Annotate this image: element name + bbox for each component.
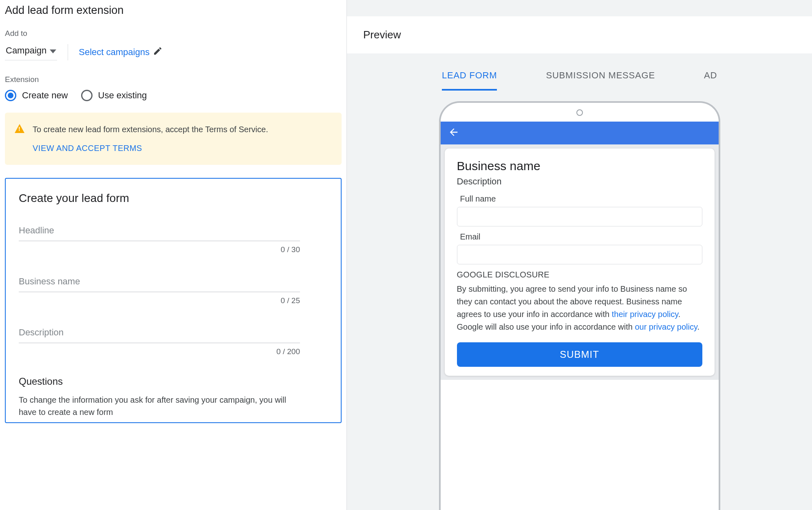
description-input[interactable]	[19, 325, 300, 343]
extension-radio-group: Create new Use existing	[5, 90, 342, 101]
addto-dropdown[interactable]: Campaign	[5, 44, 57, 60]
field-business-name: 0 / 25	[19, 274, 328, 305]
phone-camera-icon	[576, 109, 583, 116]
preview-email-input[interactable]	[457, 245, 702, 264]
disclosure-end: .	[697, 322, 699, 331]
preview-description: Description	[457, 176, 702, 187]
form-panel: Add lead form extension Add to Campaign …	[0, 0, 346, 510]
preview-business-name: Business name	[457, 159, 702, 173]
warning-icon	[15, 124, 24, 133]
preview-title: Preview	[363, 29, 796, 41]
lead-form-card: Create your lead form 0 / 30 0 / 25 0 / …	[5, 178, 342, 423]
select-campaigns-label: Select campaigns	[79, 47, 150, 58]
notice-text: To create new lead form extensions, acce…	[33, 125, 268, 134]
tab-ad[interactable]: AD	[704, 70, 717, 91]
business-name-counter: 0 / 25	[19, 296, 300, 305]
headline-input[interactable]	[19, 223, 300, 241]
disclosure-heading: GOOGLE DISCLOSURE	[457, 270, 702, 279]
preview-tabs: LEAD FORM SUBMISSION MESSAGE AD	[347, 53, 812, 91]
disclosure-body: By submitting, you agree to send your in…	[457, 283, 702, 333]
radio-use-existing[interactable]: Use existing	[81, 90, 147, 101]
select-campaigns-link[interactable]: Select campaigns	[79, 46, 163, 58]
addto-selected: Campaign	[6, 45, 46, 56]
tab-lead-form[interactable]: LEAD FORM	[442, 70, 497, 91]
preview-fullname-label: Full name	[460, 194, 702, 204]
preview-card: Business name Description Full name Emai…	[445, 149, 715, 376]
lead-form-title: Create your lead form	[19, 192, 328, 205]
their-privacy-policy-link[interactable]: their privacy policy	[612, 310, 678, 319]
phone-topbar	[441, 122, 719, 144]
pencil-icon	[153, 46, 163, 58]
our-privacy-policy-link[interactable]: our privacy policy	[635, 322, 697, 331]
page-title: Add lead form extension	[5, 4, 342, 17]
extension-label: Extension	[5, 75, 342, 84]
radio-create-new[interactable]: Create new	[5, 90, 68, 101]
preview-panel: Preview LEAD FORM SUBMISSION MESSAGE AD …	[346, 0, 812, 510]
field-headline: 0 / 30	[19, 223, 328, 254]
preview-email-label: Email	[460, 232, 702, 242]
phone-frame: Business name Description Full name Emai…	[439, 101, 720, 510]
phone-body: Business name Description Full name Emai…	[441, 144, 719, 380]
description-counter: 0 / 200	[19, 347, 300, 356]
addto-label: Add to	[5, 29, 342, 38]
headline-counter: 0 / 30	[19, 245, 300, 254]
radio-create-new-label: Create new	[22, 90, 68, 101]
terms-notice: To create new lead form extensions, acce…	[5, 113, 342, 165]
field-description: 0 / 200	[19, 325, 328, 356]
notice-body: To create new lead form extensions, acce…	[33, 123, 268, 154]
radio-icon	[81, 90, 93, 101]
view-accept-terms-link[interactable]: VIEW AND ACCEPT TERMS	[33, 142, 268, 154]
radio-use-existing-label: Use existing	[98, 90, 147, 101]
phone-preview-wrap: Business name Description Full name Emai…	[347, 91, 812, 510]
submit-button[interactable]: SUBMIT	[457, 342, 702, 367]
divider	[68, 44, 68, 60]
addto-row: Campaign Select campaigns	[5, 44, 342, 60]
business-name-input[interactable]	[19, 274, 300, 292]
radio-icon	[5, 90, 16, 101]
arrow-back-icon[interactable]	[448, 126, 459, 139]
questions-heading: Questions	[19, 376, 328, 387]
preview-fullname-input[interactable]	[457, 207, 702, 226]
preview-header: Preview	[347, 16, 812, 53]
chevron-down-icon	[50, 45, 56, 56]
tab-submission-message[interactable]: SUBMISSION MESSAGE	[546, 70, 655, 91]
questions-body: To change the information you ask for af…	[19, 394, 304, 418]
